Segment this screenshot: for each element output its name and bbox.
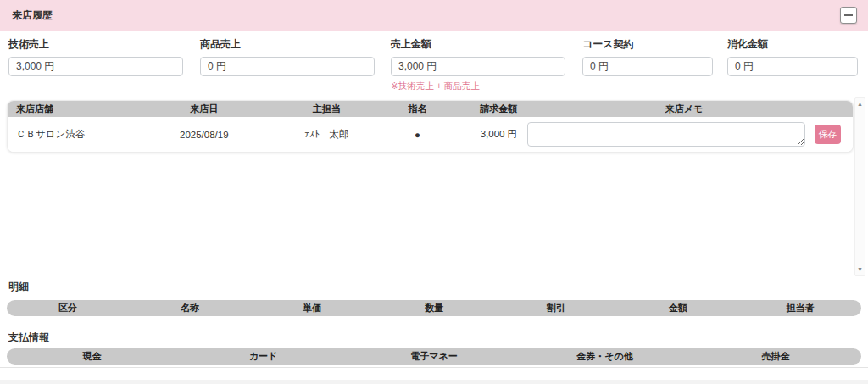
col-header-store: 来店店舗 xyxy=(8,101,139,117)
payment-table-header: 現金 カード 電子マネー 金券・その他 売掛金 xyxy=(7,348,861,365)
payment-section-title: 支払情報 xyxy=(8,331,49,345)
minimize-button[interactable] xyxy=(840,7,857,24)
product-sales-input[interactable] xyxy=(200,57,375,76)
visit-history-panel: 来店履歴 技術売上 商品売上 売上金額 ※技術売上 + 商品売上 コース契約 消… xyxy=(0,0,868,384)
col-header-nominated: 指名 xyxy=(384,101,452,117)
visit-table-scroll-area: 来店店舗 来店日 主担当 指名 請求金額 来店メモ ＣＢサロン渋谷 2025/0… xyxy=(0,97,868,278)
detail-table-header: 区分 名称 単価 数量 割引 金額 担当者 xyxy=(7,300,861,316)
visit-table-card: 来店店舗 来店日 主担当 指名 請求金額 来店メモ ＣＢサロン渋谷 2025/0… xyxy=(7,100,854,153)
col-header-card: カード xyxy=(178,348,349,365)
visit-table-header: 来店店舗 来店日 主担当 指名 請求金額 来店メモ xyxy=(8,101,853,117)
staff-cell: ﾃｽﾄ 太郎 xyxy=(270,128,384,141)
col-header-unit-price: 単価 xyxy=(251,300,373,316)
col-header-cash: 現金 xyxy=(7,348,178,365)
col-header-category: 区分 xyxy=(7,300,129,316)
page-title: 来店履歴 xyxy=(12,8,53,23)
footer-strip xyxy=(0,380,868,384)
field-consumed-amount: 消化金額 xyxy=(727,37,858,76)
sales-amount-note: ※技術売上 + 商品売上 xyxy=(391,81,565,92)
field-label: 売上金額 xyxy=(391,37,565,52)
bottom-divider xyxy=(0,367,868,368)
col-header-date: 来店日 xyxy=(139,101,270,117)
col-header-receivable: 売掛金 xyxy=(690,348,861,365)
sales-amount-input[interactable] xyxy=(391,57,565,76)
field-sales-amount: 売上金額 ※技術売上 + 商品売上 xyxy=(391,37,565,92)
col-header-voucher-other: 金券・その他 xyxy=(520,348,691,365)
nominated-dot-icon: ● xyxy=(384,130,452,140)
panel-titlebar: 来店履歴 xyxy=(0,0,868,31)
field-product-sales: 商品売上 xyxy=(200,37,375,76)
col-header-quantity: 数量 xyxy=(373,300,495,316)
visit-memo-textarea[interactable] xyxy=(527,122,805,147)
col-header-discount: 割引 xyxy=(495,300,617,316)
store-cell: ＣＢサロン渋谷 xyxy=(8,128,139,141)
col-header-billed-amount: 請求金額 xyxy=(451,101,527,117)
field-label: 商品売上 xyxy=(200,37,375,52)
technical-sales-input[interactable] xyxy=(8,57,183,76)
course-contract-input[interactable] xyxy=(582,57,713,76)
field-label: コース契約 xyxy=(582,37,713,52)
memo-cell: 保存 xyxy=(527,122,853,147)
save-button[interactable]: 保存 xyxy=(815,125,841,144)
field-course-contract: コース契約 xyxy=(582,37,713,76)
col-header-amount: 金額 xyxy=(617,300,739,316)
billed-amount-cell: 3,000 円 xyxy=(451,128,527,141)
col-header-staff: 担当者 xyxy=(739,300,861,316)
field-label: 消化金額 xyxy=(727,37,858,52)
col-header-emoney: 電子マネー xyxy=(348,348,520,365)
field-label: 技術売上 xyxy=(8,37,183,52)
detail-section-title: 明細 xyxy=(8,280,29,294)
col-header-staff: 主担当 xyxy=(270,101,384,117)
scroll-down-icon[interactable]: ▼ xyxy=(857,264,863,275)
col-header-memo: 来店メモ xyxy=(527,101,853,117)
table-row: ＣＢサロン渋谷 2025/08/19 ﾃｽﾄ 太郎 ● 3,000 円 保存 xyxy=(8,117,853,152)
field-technical-sales: 技術売上 xyxy=(8,37,183,76)
col-header-name: 名称 xyxy=(129,300,251,316)
consumed-amount-input[interactable] xyxy=(727,57,858,76)
scroll-up-icon[interactable]: ▲ xyxy=(857,98,863,110)
minimize-icon xyxy=(844,14,853,16)
date-cell: 2025/08/19 xyxy=(139,130,270,140)
vertical-scrollbar[interactable]: ▲ ▼ xyxy=(854,97,865,276)
